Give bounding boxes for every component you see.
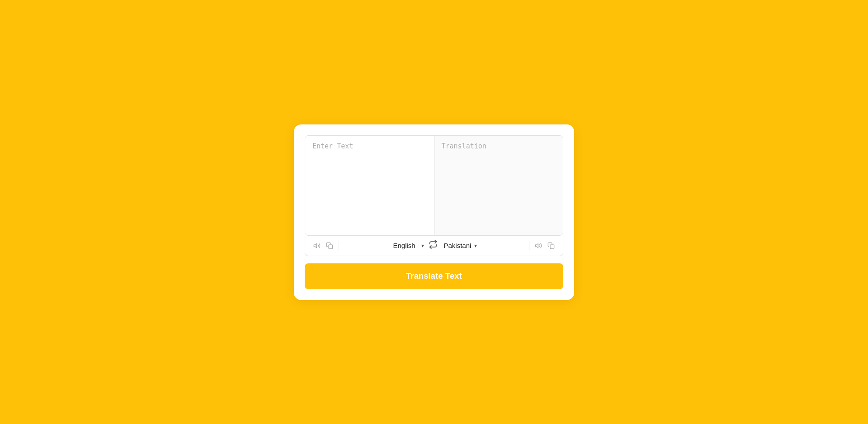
source-language-wrapper: English Spanish French German Chinese Ar… [392,241,424,250]
source-copy-icon[interactable] [323,239,336,252]
source-text-input[interactable] [305,136,434,235]
right-controls-group [532,239,557,252]
left-controls-group [311,239,336,252]
source-speaker-icon[interactable] [311,239,323,252]
target-copy-icon[interactable] [545,239,557,252]
source-language-chevron: ▾ [421,243,424,249]
target-language-wrapper: Pakistani English Spanish French German … [442,241,477,250]
right-divider [529,241,529,251]
controls-bar: English Spanish French German Chinese Ar… [305,236,563,256]
source-language-select[interactable]: English Spanish French German Chinese Ar… [392,241,420,250]
translate-button[interactable]: Translate Text [305,263,563,289]
left-divider [339,241,339,251]
swap-languages-icon[interactable] [429,240,438,251]
target-language-chevron: ▾ [474,243,477,249]
target-speaker-icon[interactable] [532,239,545,252]
svg-rect-1 [329,245,333,249]
language-controls-center: English Spanish French German Chinese Ar… [342,240,526,251]
target-language-select[interactable]: Pakistani English Spanish French German … [442,241,473,250]
svg-marker-2 [535,243,538,248]
svg-marker-0 [314,243,316,248]
translation-output[interactable] [434,136,563,235]
translator-card: English Spanish French German Chinese Ar… [294,124,574,300]
text-areas-container [305,135,563,236]
svg-rect-3 [550,245,554,249]
